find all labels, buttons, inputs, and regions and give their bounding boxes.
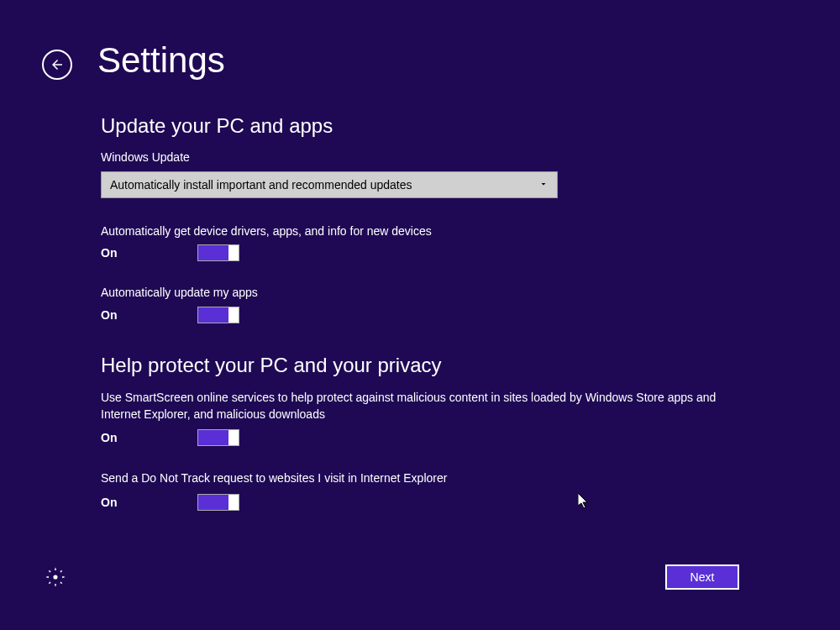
back-button[interactable] — [42, 50, 72, 80]
smartscreen-label: Use SmartScreen online services to help … — [101, 389, 722, 423]
toggle-thumb — [228, 307, 239, 323]
dnt-toggle-state: On — [101, 496, 197, 509]
apps-toggle-state: On — [101, 308, 197, 322]
svg-point-0 — [53, 575, 57, 579]
drivers-toggle-state: On — [101, 246, 197, 260]
drivers-label: Automatically get device drivers, apps, … — [101, 223, 739, 240]
arrow-left-icon — [50, 57, 65, 72]
ease-of-access-icon — [44, 565, 67, 589]
next-button-label: Next — [690, 570, 715, 584]
windows-update-label: Windows Update — [101, 150, 739, 166]
apps-update-label: Automatically update my apps — [101, 285, 739, 302]
toggle-thumb — [228, 495, 239, 510]
smartscreen-toggle-state: On — [101, 431, 197, 444]
dnt-label: Send a Do Not Track request to websites … — [101, 470, 722, 486]
apps-toggle[interactable] — [197, 307, 239, 323]
section-protect-heading: Help protect your PC and your privacy — [101, 354, 739, 377]
next-button[interactable]: Next — [665, 564, 739, 590]
drivers-toggle[interactable] — [197, 244, 239, 261]
chevron-down-icon — [538, 179, 549, 191]
dropdown-value: Automatically install important and reco… — [110, 178, 412, 192]
page-title: Settings — [97, 40, 225, 81]
section-update-heading: Update your PC and apps — [101, 114, 739, 138]
smartscreen-toggle[interactable] — [197, 429, 239, 446]
windows-update-dropdown[interactable]: Automatically install important and reco… — [101, 171, 558, 198]
dnt-toggle[interactable] — [197, 494, 239, 511]
toggle-thumb — [228, 430, 239, 445]
ease-of-access-button[interactable] — [44, 565, 67, 589]
toggle-thumb — [228, 245, 239, 260]
